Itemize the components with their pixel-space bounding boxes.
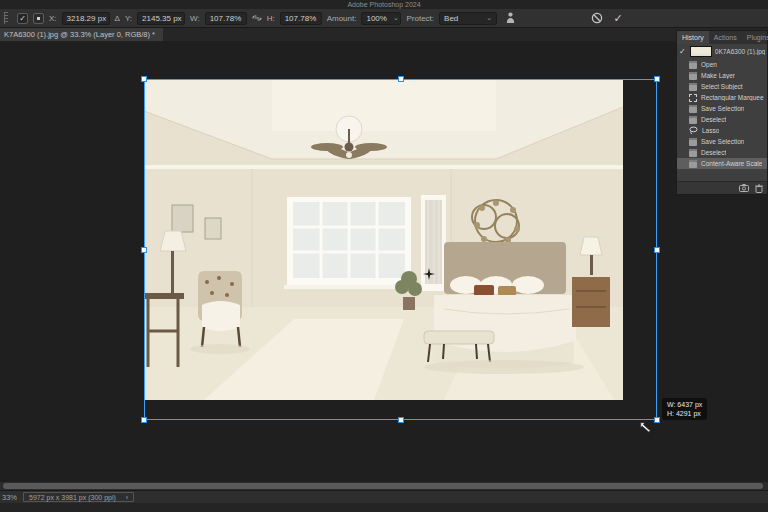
protect-label: Protect: [406, 14, 434, 23]
transform-handle-bottom-right[interactable] [654, 417, 660, 423]
history-source-check-icon: ✓ [679, 47, 687, 56]
transform-handle-bottom-left[interactable] [141, 417, 147, 423]
y-label: Y: [125, 14, 132, 23]
w-label: W: [190, 14, 200, 23]
history-state-deselect-1[interactable]: Deselect [677, 114, 767, 125]
history-state-icon [689, 72, 697, 80]
cancel-transform-button[interactable] [589, 11, 605, 26]
history-state-label: Make Layer [701, 72, 735, 79]
delete-state-button[interactable] [755, 184, 763, 193]
document-tab-bar: K7A6300 (1).jpg @ 33.3% (Layer 0, RGB/8)… [0, 28, 768, 41]
document-tab[interactable]: K7A6300 (1).jpg @ 33.3% (Layer 0, RGB/8)… [0, 28, 163, 41]
history-state-lasso[interactable]: Lasso [677, 125, 767, 136]
status-bar: 33% 5972 px x 3981 px (300 ppi) › [0, 490, 768, 503]
document-info-field[interactable]: 5972 px x 3981 px (300 ppi) › [23, 492, 134, 502]
history-panel-tabs: History Actions Plugins [677, 31, 767, 44]
tab-plugins[interactable]: Plugins [742, 31, 768, 44]
x-position-field[interactable]: 3218.29 px [62, 12, 110, 25]
h-label: H: [267, 14, 275, 23]
history-state-make-layer[interactable]: Make Layer [677, 70, 767, 81]
history-state-label: Deselect [701, 149, 726, 156]
amount-label: Amount: [327, 14, 357, 23]
options-bar: ✓ X: 3218.29 px Δ Y: 2145.35 px W: 107.7… [0, 9, 768, 28]
photoshop-window: Adobe Photoshop 2024 ✓ X: 3218.29 px Δ Y… [0, 0, 768, 512]
canvas-area[interactable] [0, 41, 768, 482]
new-snapshot-button[interactable] [739, 184, 749, 192]
history-state-label: Save Selection [701, 138, 744, 145]
history-state-label: Save Selection [701, 105, 744, 112]
history-state-icon [689, 83, 697, 91]
document-tab-label: K7A6300 (1).jpg @ 33.3% (Layer 0, RGB/8)… [4, 30, 155, 39]
reference-point-star-icon [423, 268, 435, 280]
panel-grip[interactable] [4, 12, 8, 24]
relative-positioning-checkbox[interactable]: ✓ [17, 13, 28, 24]
transform-size-tooltip: W: 6437 px H: 4291 px [662, 398, 707, 420]
tooltip-width: W: 6437 px [667, 400, 702, 409]
y-position-field[interactable]: 2145.35 px [137, 12, 185, 25]
commit-transform-button[interactable]: ✓ [610, 11, 626, 26]
snapshot-label: 0K7A6300 (1).jpg [715, 48, 765, 55]
history-state-icon [689, 105, 697, 113]
link-dimensions-icon[interactable] [252, 14, 262, 22]
history-state-label: Lasso [702, 127, 719, 134]
history-state-icon [689, 160, 697, 168]
history-state-select-subject[interactable]: Select Subject [677, 81, 767, 92]
history-state-icon [689, 116, 697, 124]
history-state-label: Rectangular Marquee [701, 94, 764, 101]
amount-value: 100% [366, 14, 386, 23]
history-state-save-selection-2[interactable]: Save Selection [677, 136, 767, 147]
history-state-icon [689, 149, 697, 157]
transform-handle-bottom-center[interactable] [398, 417, 404, 423]
x-label: X: [49, 14, 57, 23]
lasso-icon [689, 126, 698, 135]
history-snapshot-row[interactable]: ✓ 0K7A6300 (1).jpg [677, 44, 767, 59]
tab-history[interactable]: History [677, 31, 709, 44]
chevron-down-icon: ⌄ [486, 15, 492, 21]
history-state-save-selection-1[interactable]: Save Selection [677, 103, 767, 114]
window-bottom-strip [0, 503, 768, 512]
horizontal-scrollbar[interactable] [0, 482, 768, 490]
app-title: Adobe Photoshop 2024 [347, 1, 420, 9]
tab-actions[interactable]: Actions [709, 31, 742, 44]
scale-cursor-icon [639, 420, 652, 433]
history-panel-footer [677, 181, 767, 194]
history-state-deselect-2[interactable]: Deselect [677, 147, 767, 158]
transform-handle-top-right[interactable] [654, 76, 660, 82]
width-scale-field[interactable]: 107.78% [205, 12, 247, 25]
history-state-content-aware-scale[interactable]: Content-Aware Scale [677, 158, 767, 169]
delta-icon[interactable]: Δ [115, 14, 120, 23]
transform-handle-middle-right[interactable] [654, 247, 660, 253]
history-state-open[interactable]: Open [677, 59, 767, 70]
history-panel: History Actions Plugins ✓ 0K7A6300 (1).j… [676, 30, 768, 195]
protect-skin-tones-button[interactable] [502, 11, 518, 26]
history-state-icon [689, 138, 697, 146]
reference-point-locator[interactable] [33, 13, 44, 24]
document-dimensions: 5972 px x 3981 px (300 ppi) [29, 494, 116, 501]
title-bar: Adobe Photoshop 2024 [0, 0, 768, 9]
protect-dropdown[interactable]: Bed ⌄ [439, 12, 497, 25]
history-state-list: Open Make Layer Select Subject Rectangul… [677, 59, 767, 181]
tooltip-height: H: 4291 px [667, 409, 702, 418]
history-state-label: Content-Aware Scale [701, 160, 762, 167]
history-state-icon [689, 61, 697, 69]
chevron-down-icon: ⌄ [393, 15, 399, 21]
history-state-label: Open [701, 61, 717, 68]
horizontal-scrollbar-thumb[interactable] [3, 483, 763, 489]
protect-value: Bed [444, 14, 458, 23]
snapshot-thumbnail [690, 46, 712, 57]
history-state-label: Select Subject [701, 83, 743, 90]
height-scale-field[interactable]: 107.78% [280, 12, 322, 25]
marquee-icon [689, 94, 697, 102]
zoom-level-field[interactable]: 33% [2, 493, 17, 502]
document-image-bedroom[interactable] [144, 79, 623, 400]
status-chevron-icon: › [126, 494, 128, 501]
history-state-label: Deselect [701, 116, 726, 123]
history-state-rectangular-marquee[interactable]: Rectangular Marquee [677, 92, 767, 103]
amount-dropdown[interactable]: 100% ⌄ [361, 12, 401, 25]
